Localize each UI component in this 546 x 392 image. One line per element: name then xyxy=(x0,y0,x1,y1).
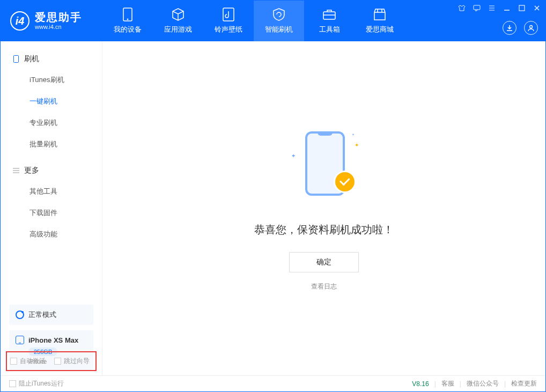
footer-right: V8.16 | 客服 | 微信公众号 | 检查更新 xyxy=(412,379,537,388)
svg-rect-7 xyxy=(14,56,19,63)
sparkle-icon: ✦ xyxy=(352,132,355,136)
nav-label: 智能刷机 xyxy=(265,25,293,34)
separator: | xyxy=(434,380,436,388)
success-illustration: ✦ ✦ ✦ xyxy=(284,126,364,206)
checkbox-block-itunes[interactable]: 阻止iTunes运行 xyxy=(9,379,64,388)
sidebar: 刷机 iTunes刷机 一键刷机 专业刷机 批量刷机 更多 其他工具 下载固件 … xyxy=(1,41,102,375)
maximize-icon[interactable] xyxy=(518,4,526,12)
sidebar-group-more[interactable]: 更多 xyxy=(1,160,102,181)
footer-link-wechat[interactable]: 微信公众号 xyxy=(467,379,499,388)
checkbox-auto-activate[interactable]: 自动激活 xyxy=(10,357,46,366)
checkbox-icon xyxy=(10,358,17,365)
checkmark-badge-icon xyxy=(335,172,355,191)
device-phone-icon xyxy=(16,336,24,344)
svg-rect-3 xyxy=(323,12,335,19)
app-title: 爱思助手 xyxy=(35,11,82,24)
success-message: 恭喜您，保资料刷机成功啦！ xyxy=(254,223,394,237)
highlighted-options-box: 自动激活 跳过向导 xyxy=(6,351,97,371)
main-nav: 我的设备 应用游戏 铃声壁纸 智能刷机 工具箱 爱思商城 xyxy=(102,1,405,41)
main-content: ✦ ✦ ✦ 恭喜您，保资料刷机成功啦！ 确定 查看日志 xyxy=(102,41,545,375)
nav-label: 工具箱 xyxy=(319,25,340,34)
store-icon xyxy=(373,8,387,21)
svg-point-6 xyxy=(530,26,533,28)
footer-bar: 阻止iTunes运行 V8.16 | 客服 | 微信公众号 | 检查更新 xyxy=(1,375,545,391)
nav-store[interactable]: 爱思商城 xyxy=(355,1,405,41)
svg-rect-5 xyxy=(519,5,525,11)
feedback-icon[interactable] xyxy=(473,4,481,12)
nav-label: 铃声壁纸 xyxy=(215,25,242,34)
window-controls xyxy=(458,4,541,12)
nav-my-device[interactable]: 我的设备 xyxy=(102,1,153,41)
checkbox-icon xyxy=(9,380,16,387)
app-subtitle: www.i4.cn xyxy=(35,24,82,31)
footer-link-support[interactable]: 客服 xyxy=(441,379,454,388)
svg-point-1 xyxy=(127,19,128,20)
ok-button[interactable]: 确定 xyxy=(289,252,359,272)
sidebar-item-onekey-flash[interactable]: 一键刷机 xyxy=(1,91,102,112)
cube-icon xyxy=(171,8,185,21)
list-icon xyxy=(12,167,20,174)
sidebar-item-batch-flash[interactable]: 批量刷机 xyxy=(1,134,102,155)
nav-label: 我的设备 xyxy=(114,25,142,34)
shirt-icon[interactable] xyxy=(458,4,466,12)
nav-ringtones-wallpapers[interactable]: 铃声壁纸 xyxy=(203,1,254,41)
nav-label: 应用游戏 xyxy=(164,25,192,34)
version-label: V8.16 xyxy=(412,380,429,388)
checkbox-skip-guide[interactable]: 跳过向导 xyxy=(54,357,90,366)
download-icon[interactable] xyxy=(503,21,517,35)
svg-rect-4 xyxy=(474,5,480,10)
phone-icon xyxy=(121,8,135,21)
device-name: iPhone XS Max xyxy=(28,336,78,344)
sidebar-item-other-tools[interactable]: 其他工具 xyxy=(1,181,102,202)
refresh-shield-icon xyxy=(272,8,286,21)
sparkle-icon: ✦ xyxy=(291,153,296,159)
toolbox-icon xyxy=(322,8,336,21)
sidebar-item-pro-flash[interactable]: 专业刷机 xyxy=(1,112,102,134)
mode-label: 正常模式 xyxy=(28,310,56,320)
user-icon[interactable] xyxy=(524,21,538,35)
minimize-icon[interactable] xyxy=(503,4,511,12)
nav-label: 爱思商城 xyxy=(366,25,394,34)
sidebar-item-itunes-flash[interactable]: iTunes刷机 xyxy=(1,69,102,91)
logo-area: i4 爱思助手 www.i4.cn xyxy=(1,11,102,31)
checkbox-label: 自动激活 xyxy=(20,357,46,366)
sparkle-icon: ✦ xyxy=(355,142,359,148)
menu-icon[interactable] xyxy=(488,4,496,12)
separator: | xyxy=(460,380,461,388)
checkbox-label: 阻止iTunes运行 xyxy=(19,379,64,388)
checkbox-label: 跳过向导 xyxy=(64,357,90,366)
sidebar-group-flash[interactable]: 刷机 xyxy=(1,49,102,69)
sidebar-item-advanced[interactable]: 高级功能 xyxy=(1,224,102,245)
phone-small-icon xyxy=(12,55,20,63)
app-logo-icon: i4 xyxy=(10,11,29,31)
sidebar-group-title: 刷机 xyxy=(24,54,39,64)
app-header: i4 爱思助手 www.i4.cn 我的设备 应用游戏 铃声壁纸 智能刷机 工具… xyxy=(1,1,545,41)
sidebar-group-title: 更多 xyxy=(24,166,39,175)
footer-link-update[interactable]: 检查更新 xyxy=(511,379,537,388)
nav-smart-flash[interactable]: 智能刷机 xyxy=(254,1,304,41)
checkbox-icon xyxy=(54,358,61,365)
logo-text: 爱思助手 www.i4.cn xyxy=(35,11,82,31)
nav-toolbox[interactable]: 工具箱 xyxy=(304,1,355,41)
separator: | xyxy=(504,380,506,388)
sidebar-item-download-firmware[interactable]: 下载固件 xyxy=(1,202,102,224)
music-file-icon xyxy=(222,8,235,21)
device-row: iPhone XS Max xyxy=(16,336,87,344)
nav-apps-games[interactable]: 应用游戏 xyxy=(153,1,203,41)
close-icon[interactable] xyxy=(533,4,541,12)
device-mode-box[interactable]: 正常模式 xyxy=(9,305,93,325)
view-log-link[interactable]: 查看日志 xyxy=(311,282,337,291)
mode-normal-icon xyxy=(16,310,24,319)
app-body: 刷机 iTunes刷机 一键刷机 专业刷机 批量刷机 更多 其他工具 下载固件 … xyxy=(1,41,545,375)
header-action-icons xyxy=(503,21,538,35)
